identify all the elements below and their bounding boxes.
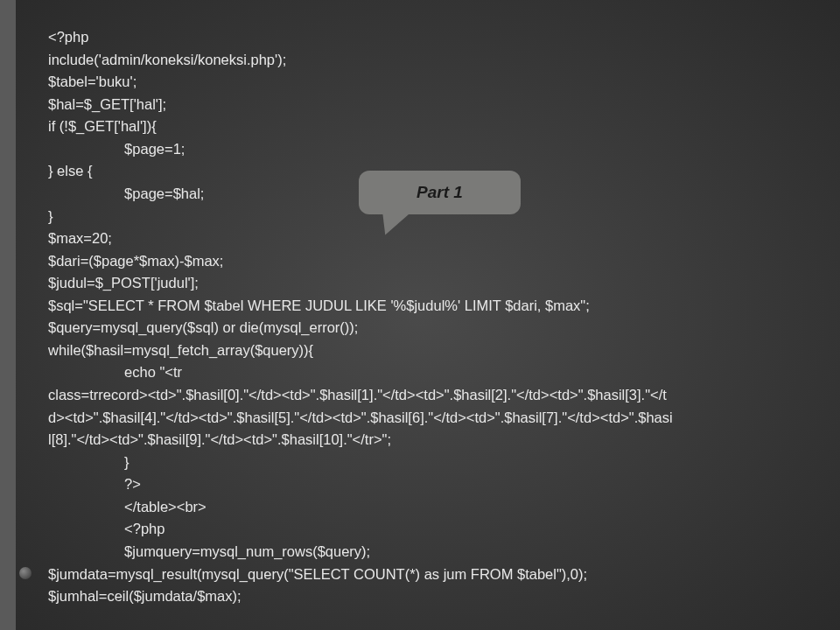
side-accent-bar <box>0 0 16 630</box>
code-block: <?php include('admin/koneksi/koneksi.php… <box>48 26 814 608</box>
callout-bubble: Part 1 <box>359 171 521 214</box>
bullet-icon <box>19 567 32 579</box>
callout-label: Part 1 <box>416 183 463 202</box>
